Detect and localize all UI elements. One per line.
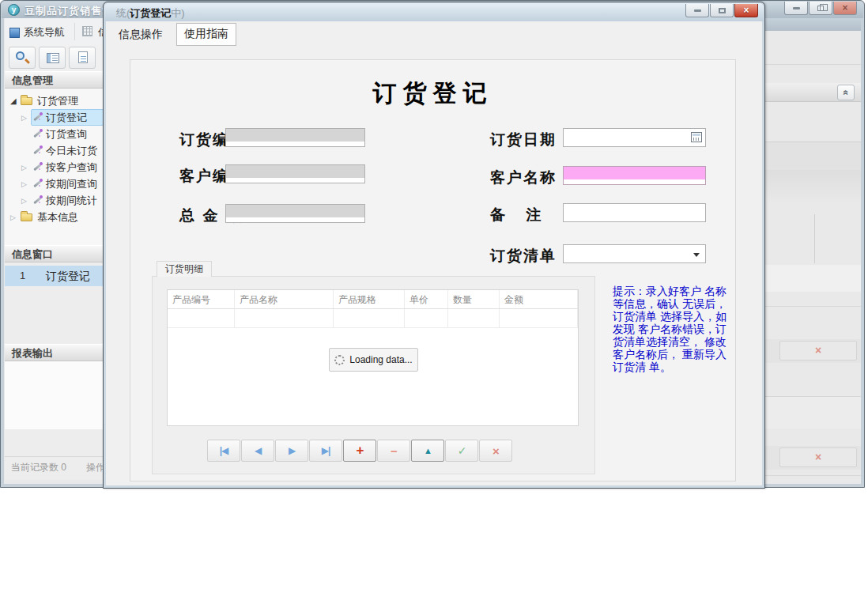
nav-first-button[interactable]: |◀ <box>207 440 240 462</box>
dialog-title-main: 订货登记 <box>130 7 171 19</box>
minimize-button[interactable] <box>784 2 808 15</box>
tree-node-label[interactable]: 按客户查询 <box>46 160 97 176</box>
customer-name-field[interactable] <box>563 166 706 185</box>
table-row[interactable] <box>168 309 578 328</box>
collapse-panel-button[interactable]: « <box>837 85 855 100</box>
maximize-button[interactable] <box>710 4 734 17</box>
background-button-row: × <box>764 446 861 470</box>
tree-node-order-query[interactable]: 订货查询 <box>5 126 104 142</box>
collapsed-arrow-icon[interactable]: ▷ <box>21 110 27 126</box>
dialog-window-controls: × <box>685 4 758 17</box>
chevron-up-double-icon: « <box>839 90 853 96</box>
hint-text: 提示：录入好客户 名称 等信息，确认 无误后， 订货清单 选择导入，如 发现 客… <box>613 285 738 373</box>
background-band <box>764 397 861 429</box>
search-button[interactable] <box>9 47 36 69</box>
tree-node-label[interactable]: 按期间查询 <box>46 176 97 192</box>
spinner-icon <box>334 355 345 365</box>
tree-node-label[interactable]: 今日未订货 <box>46 143 97 159</box>
info-window-item-label: 订货登记 <box>46 266 90 286</box>
tree-node-by-period-query[interactable]: ▷ 按期间查询 <box>5 176 104 192</box>
col-quantity[interactable]: 数量 <box>448 290 500 308</box>
divider <box>814 214 815 263</box>
restore-button[interactable] <box>809 2 832 15</box>
expanded-arrow-icon[interactable]: ◢ <box>10 93 17 109</box>
nav-next-button[interactable]: ▶ <box>275 440 308 462</box>
col-amount[interactable]: 金额 <box>500 290 578 308</box>
close-icon: × <box>743 6 749 15</box>
cancel-button[interactable]: × <box>779 341 857 361</box>
col-product-name[interactable]: 产品名称 <box>235 290 334 308</box>
nav-delete-button[interactable]: − <box>377 440 410 462</box>
collapsed-arrow-icon[interactable]: ▷ <box>10 210 16 225</box>
document-button[interactable] <box>69 47 96 69</box>
calendar-icon[interactable] <box>691 132 702 142</box>
tree-node-label[interactable]: 订货登记 <box>46 110 87 126</box>
tree-node-by-period-stats[interactable]: ▷ 按期间统计 <box>5 193 104 209</box>
wand-icon <box>32 162 43 172</box>
nav-insert-button[interactable]: + <box>343 440 376 462</box>
close-button[interactable]: × <box>734 4 758 17</box>
tree-node-label[interactable]: 订货管理 <box>37 93 78 109</box>
tab-order-detail[interactable]: 订货明细 <box>157 261 212 277</box>
tree-node-today-unordered[interactable]: 今日未订货 <box>5 143 104 159</box>
field-fill <box>226 165 364 178</box>
form-heading: 订货登记 <box>130 77 735 110</box>
cancel-button[interactable]: × <box>779 447 857 467</box>
operation-label: 操作 <box>86 457 104 478</box>
dialog-title-prefix: 统( <box>116 7 130 19</box>
tree-node-order-register[interactable]: ▷ 订货登记 <box>5 110 104 126</box>
order-date-field[interactable] <box>563 128 706 147</box>
divider <box>764 475 861 476</box>
table-header-row: 产品编号 产品名称 产品规格 单价 数量 金额 <box>168 290 578 309</box>
collapsed-arrow-icon[interactable]: ▷ <box>21 193 27 209</box>
tree-node-label[interactable]: 订货查询 <box>46 126 87 142</box>
col-product-spec[interactable]: 产品规格 <box>334 290 405 308</box>
minimize-button[interactable] <box>685 4 709 17</box>
sidebar-header-reports: 报表输出 <box>5 344 104 361</box>
nav-edit-button[interactable]: ▲ <box>411 440 444 462</box>
dialog-titlebar: 统(订货登记中) × <box>104 3 764 21</box>
ribbon-separator <box>74 23 75 40</box>
col-unit-price[interactable]: 单价 <box>405 290 448 308</box>
background-right-panel: « × × <box>764 18 861 483</box>
total-amount-field <box>225 204 365 223</box>
collapsed-arrow-icon[interactable]: ▷ <box>21 160 27 176</box>
close-icon: × <box>842 3 847 13</box>
tree-node-label[interactable]: 按期间统计 <box>46 193 97 209</box>
ribbon-tab-bar: 系统导航 信 <box>5 18 104 45</box>
tree-node-label[interactable]: 基本信息 <box>37 210 78 225</box>
info-window-item[interactable]: 1 订货登记 <box>5 266 104 286</box>
report-output-panel <box>5 361 104 429</box>
wand-icon <box>32 112 43 123</box>
tab-user-guide[interactable]: 使用指南 <box>176 23 236 46</box>
nav-last-button[interactable]: ▶| <box>309 440 342 462</box>
sidebar: 信息管理 ◢ 订货管理 ▷ 订货登记 订货查询 今日未订货 <box>5 71 104 480</box>
order-list-label: 订货清单 <box>490 246 557 266</box>
order-register-dialog: 统(订货登记中) × 信息操作 使用指南 订货登记 订货编号 客户编号 总 金 … <box>103 2 765 489</box>
background-button-row: × <box>764 339 861 363</box>
background-panel: « × × <box>764 31 861 483</box>
table-cell <box>448 309 500 327</box>
tree-node-basic-info[interactable]: ▷ 基本信息 <box>5 210 104 225</box>
dialog-title: 统(订货登记中) <box>116 6 185 21</box>
table-cell <box>235 309 334 327</box>
chevron-down-icon[interactable] <box>693 253 700 257</box>
restore-icon <box>817 6 824 11</box>
tab-info-operation[interactable]: 信息操作 <box>111 25 170 46</box>
nav-prior-button[interactable]: ◀ <box>241 440 274 462</box>
nav-cancel-button[interactable]: × <box>479 440 512 462</box>
order-list-combobox[interactable] <box>563 244 706 263</box>
app-logo-icon: y <box>8 4 20 16</box>
tree-node-order-mgmt[interactable]: ◢ 订货管理 <box>5 93 104 109</box>
tree-node-by-customer[interactable]: ▷ 按客户查询 <box>5 160 104 176</box>
loading-text: Loading data... <box>349 354 412 365</box>
form-view-button[interactable] <box>39 47 66 69</box>
nav-post-button[interactable]: ✓ <box>445 440 478 462</box>
order-register-form: 订货登记 订货编号 客户编号 总 金 额 订货日期 客户名称 备 注 订货清单 … <box>130 59 736 481</box>
tab-system-nav[interactable]: 系统导航 <box>9 25 65 40</box>
remark-field[interactable] <box>563 203 706 222</box>
close-button[interactable]: × <box>833 2 857 15</box>
col-product-no[interactable]: 产品编号 <box>168 290 235 308</box>
form-view-icon <box>47 53 59 63</box>
collapsed-arrow-icon[interactable]: ▷ <box>21 176 27 192</box>
